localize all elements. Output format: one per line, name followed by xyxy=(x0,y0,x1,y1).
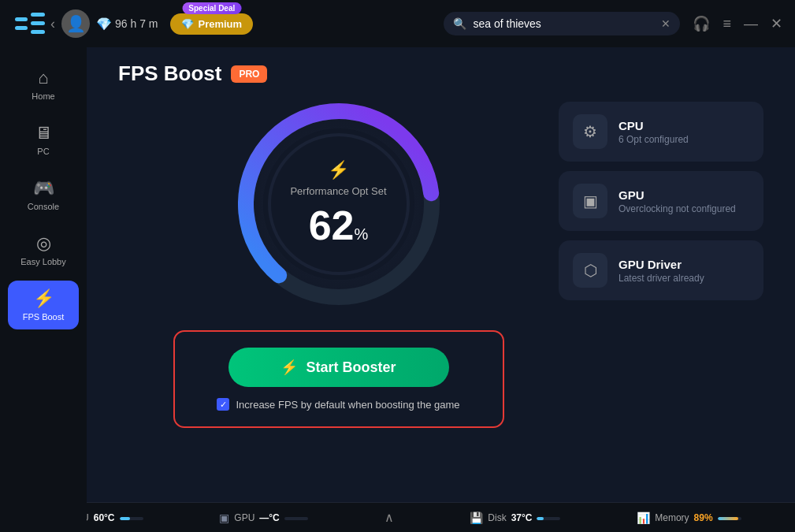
easy-lobby-icon: ◎ xyxy=(36,233,51,254)
chevron-up-icon[interactable]: ∧ xyxy=(384,510,394,525)
sidebar-label-pc: PC xyxy=(37,147,49,156)
premium-button[interactable]: Special Deal 💎 Premium xyxy=(170,13,253,35)
search-icon: 🔍 xyxy=(453,17,466,30)
support-button[interactable]: 🎧 xyxy=(693,15,710,32)
sidebar-item-pc[interactable]: 🖥 PC xyxy=(8,115,79,164)
back-button[interactable]: ‹ xyxy=(50,16,55,32)
sidebar-label-console: Console xyxy=(28,202,59,211)
cpu-title: CPU xyxy=(619,119,749,132)
status-gpu-label: GPU xyxy=(234,512,254,523)
window-controls: 🎧 ≡ — ✕ xyxy=(693,15,782,32)
title-bar: ‹ 👤 💎 96 h 7 m Special Deal 💎 Premium 🔍 … xyxy=(0,0,795,47)
sidebar-item-home[interactable]: ⌂ Home xyxy=(8,60,79,109)
chevron-up-area[interactable]: ∧ xyxy=(384,510,394,525)
page-title-area: FPS Boost PRO xyxy=(87,47,795,94)
cpu-icon: ⚙ xyxy=(583,122,597,141)
sidebar-label-fps-boost: FPS Boost xyxy=(23,312,65,322)
pro-badge: PRO xyxy=(231,65,267,83)
app-logo xyxy=(13,6,47,41)
stat-card-gpu-driver[interactable]: ⬡ GPU Driver Latest driver already xyxy=(559,240,763,300)
sidebar-item-easy-lobby[interactable]: ◎ Easy Lobby xyxy=(8,225,79,274)
gauge-value: 62 xyxy=(309,202,355,249)
stat-card-gpu[interactable]: ▣ GPU Overclocking not configured xyxy=(559,171,763,231)
premium-icon: 💎 xyxy=(181,18,194,30)
gpu-driver-title: GPU Driver xyxy=(619,258,749,271)
gauge-area: ⚡ Performance Opt Set 62 % ⚡ Start Boost… xyxy=(118,94,559,428)
cpu-info: CPU 6 Opt configured xyxy=(619,119,749,145)
status-memory: 📊 Memory 89% xyxy=(637,512,741,524)
status-disk: 💾 Disk 37°C xyxy=(470,512,560,524)
special-deal-badge: Special Deal xyxy=(182,2,241,14)
start-booster-button[interactable]: ⚡ Start Booster xyxy=(228,348,449,387)
stats-panel: ⚙ CPU 6 Opt configured ▣ GPU Overclockin… xyxy=(559,102,763,300)
cpu-bar-fill xyxy=(120,517,131,520)
menu-button[interactable]: ≡ xyxy=(723,16,731,32)
premium-label: Premium xyxy=(198,18,242,30)
gauge-flash-icon: ⚡ xyxy=(290,160,386,180)
content-row: ⚡ Performance Opt Set 62 % ⚡ Start Boost… xyxy=(87,94,795,428)
cpu-bar xyxy=(120,517,143,520)
start-booster-label: Start Booster xyxy=(306,359,396,376)
search-clear-button[interactable]: ✕ xyxy=(661,17,671,30)
action-area: ⚡ Start Booster ✓ Increase FPS by defaul… xyxy=(173,330,504,428)
close-button[interactable]: ✕ xyxy=(771,15,782,32)
status-disk-icon: 💾 xyxy=(470,512,483,524)
gauge-center: ⚡ Performance Opt Set 62 % xyxy=(290,160,386,249)
gauge-container: ⚡ Performance Opt Set 62 % xyxy=(228,94,449,314)
gpu-icon-box: ▣ xyxy=(573,184,607,218)
diamond-icon: 💎 xyxy=(96,17,112,32)
sidebar-item-fps-boost[interactable]: ⚡ FPS Boost xyxy=(8,281,79,329)
fps-boost-icon: ⚡ xyxy=(33,288,54,309)
gauge-label: Performance Opt Set xyxy=(290,185,386,197)
sidebar-label-easy-lobby: Easy Lobby xyxy=(20,257,65,266)
sidebar: ⌂ Home 🖥 PC 🎮 Console ◎ Easy Lobby ⚡ FPS… xyxy=(0,47,87,532)
minimize-button[interactable]: — xyxy=(744,16,758,32)
status-gpu-icon: ▣ xyxy=(219,512,229,524)
memory-bar xyxy=(718,517,741,520)
status-gpu-value: —°C xyxy=(259,512,279,523)
page-title: FPS Boost xyxy=(118,61,221,86)
svg-rect-2 xyxy=(31,13,45,17)
status-disk-label: Disk xyxy=(488,512,506,523)
status-bar: ⚙ CPU 60°C ▣ GPU —°C ∧ 💾 Disk 37°C 📊 Mem… xyxy=(0,502,795,532)
increase-fps-checkbox[interactable]: ✓ xyxy=(217,398,229,411)
svg-rect-0 xyxy=(15,17,28,21)
status-memory-icon: 📊 xyxy=(637,512,650,524)
gpu-driver-icon: ⬡ xyxy=(584,261,597,280)
increase-fps-label: Increase FPS by default when boosting th… xyxy=(236,399,459,411)
cpu-icon-box: ⚙ xyxy=(573,114,607,149)
memory-bar-fill xyxy=(718,517,739,520)
gpu-info: GPU Overclocking not configured xyxy=(619,188,749,214)
start-booster-icon: ⚡ xyxy=(280,359,298,376)
status-memory-value: 89% xyxy=(694,512,713,523)
gauge-unit: % xyxy=(355,225,369,244)
gpu-title: GPU xyxy=(619,188,749,202)
gpu-driver-subtitle: Latest driver already xyxy=(619,273,749,284)
disk-bar xyxy=(537,517,560,520)
checkbox-row: ✓ Increase FPS by default when boosting … xyxy=(217,398,459,411)
main-content: FPS Boost PRO xyxy=(87,47,795,532)
status-disk-value: 37°C xyxy=(511,512,533,523)
gpu-driver-icon-box: ⬡ xyxy=(573,253,607,288)
svg-rect-4 xyxy=(31,30,45,34)
sidebar-label-home: Home xyxy=(32,91,54,101)
search-bar: 🔍 ✕ xyxy=(444,12,680,35)
gpu-driver-info: GPU Driver Latest driver already xyxy=(619,258,749,284)
search-input[interactable] xyxy=(473,17,655,30)
gpu-subtitle: Overclocking not configured xyxy=(619,203,749,214)
pc-icon: 🖥 xyxy=(35,123,52,143)
avatar[interactable]: 👤 xyxy=(61,9,90,38)
status-memory-label: Memory xyxy=(655,512,689,523)
svg-rect-3 xyxy=(31,21,45,25)
cpu-subtitle: 6 Opt configured xyxy=(619,134,749,145)
home-icon: ⌂ xyxy=(38,68,48,88)
stat-card-cpu[interactable]: ⚙ CPU 6 Opt configured xyxy=(559,102,763,162)
disk-bar-fill xyxy=(537,517,544,520)
user-stats: 💎 96 h 7 m xyxy=(96,17,158,32)
console-icon: 🎮 xyxy=(33,178,54,199)
status-gpu: ▣ GPU —°C xyxy=(219,512,307,524)
sidebar-item-console[interactable]: 🎮 Console xyxy=(8,170,79,219)
svg-rect-1 xyxy=(15,26,28,30)
gpu-bar xyxy=(284,517,308,520)
status-cpu-value: 60°C xyxy=(94,512,115,523)
